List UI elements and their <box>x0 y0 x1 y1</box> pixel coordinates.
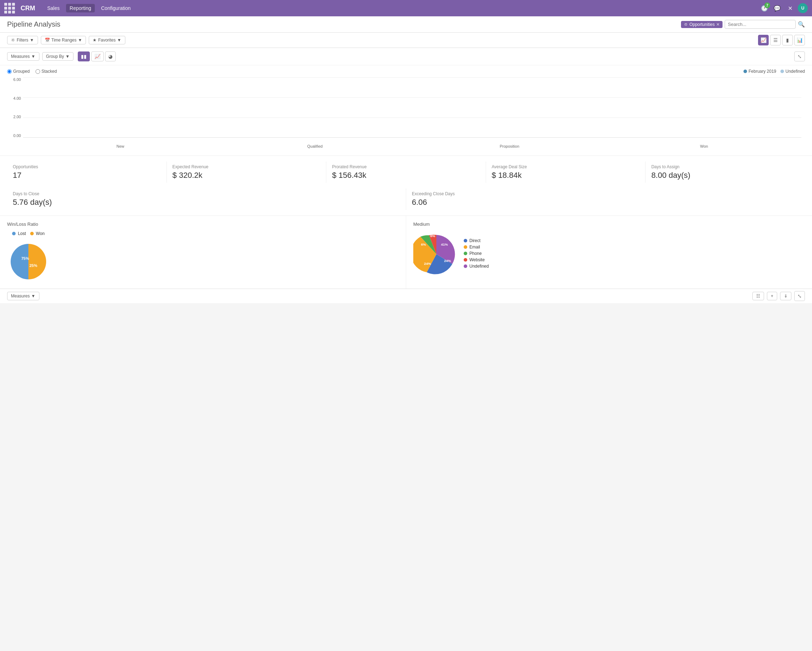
win-loss-legend-won: Won <box>30 231 44 236</box>
kpi-days-to-close-label: Days to Close <box>13 191 400 196</box>
kpi-section: Opportunities 17 Expected Revenue $ 320.… <box>0 156 812 189</box>
pie-chart-type-button[interactable]: ◕ <box>105 52 116 61</box>
bottom-download-button[interactable]: ⇓ <box>780 292 791 300</box>
kpi-opportunities-label: Opportunities <box>13 164 161 169</box>
trend-view-button[interactable]: 📊 <box>794 35 805 46</box>
filter-tag-close[interactable]: ✕ <box>716 22 720 27</box>
medium-undef-pct: 41% <box>441 242 448 246</box>
chart-plot <box>23 78 801 138</box>
search-input[interactable] <box>725 20 796 29</box>
bottom-expand-button[interactable]: ⤡ <box>794 291 805 301</box>
medium-website-pct: 6% <box>430 234 435 238</box>
kpi-expected-revenue-value: $ 320.2k <box>172 171 321 180</box>
nav-reporting[interactable]: Reporting <box>66 4 95 12</box>
nav-configuration[interactable]: Configuration <box>98 4 134 12</box>
legend-feb: February 2019 <box>743 69 776 74</box>
nav-sales[interactable]: Sales <box>44 4 63 12</box>
measures-button[interactable]: Measures ▼ <box>7 52 40 61</box>
page-header: Pipeline Analysis ⛭ Opportunities ✕ 🔍 <box>0 16 812 33</box>
legend-feb-dot <box>743 70 747 73</box>
direct-dot <box>464 239 467 242</box>
search-button[interactable]: 🔍 <box>798 21 805 28</box>
kpi-exceeding-close-value: 6.06 <box>412 198 799 207</box>
stacked-option[interactable]: Stacked <box>35 69 57 74</box>
won-label: Won <box>36 231 44 236</box>
legend-undef: Undefined <box>780 69 805 74</box>
kpi-expected-revenue-label: Expected Revenue <box>172 164 321 169</box>
chart-options: Grouped Stacked February 2019 Undefined <box>7 69 805 74</box>
medium-content: 41% 24% 24% 6% 6% Direct Email <box>413 231 805 277</box>
website-label: Website <box>469 257 485 262</box>
phone-dot <box>464 252 467 255</box>
top-navigation: CRM Sales Reporting Configuration 🕐 7 💬 … <box>0 0 812 16</box>
medium-legend-undefined: Undefined <box>464 264 489 269</box>
user-avatar[interactable]: U <box>798 3 808 13</box>
grouped-option[interactable]: Grouped <box>7 69 30 74</box>
medium-legend-phone: Phone <box>464 251 489 256</box>
xlabel-qualified: Qualified <box>218 144 412 148</box>
kpi-days-to-assign-value: 8.00 day(s) <box>651 171 799 180</box>
measures-chevron: ▼ <box>31 54 35 59</box>
filters-button[interactable]: ⛭ Filters ▼ <box>7 36 38 44</box>
chat-icon[interactable]: 💬 <box>772 3 782 13</box>
lost-pct: 25% <box>29 264 37 268</box>
bottom-measures-button[interactable]: Measures ▼ <box>7 292 40 300</box>
bottom-filter-button[interactable]: ☷ <box>752 292 764 300</box>
search-area: ⛭ Opportunities ✕ 🔍 <box>681 20 805 29</box>
win-loss-content: Lost Won <box>7 231 399 283</box>
chart-toolbar: Measures ▼ Group By ▼ ▮▮ 📈 ◕ ⤡ <box>0 48 812 65</box>
time-ranges-button[interactable]: 📅 Time Ranges ▼ <box>41 36 86 44</box>
medium-phone-pct: 6% <box>421 242 426 246</box>
filters-chevron: ▼ <box>30 38 34 43</box>
legend-undef-dot <box>780 70 784 73</box>
medium-legend: Direct Email Phone Website <box>464 238 489 270</box>
medium-direct-pct: 24% <box>444 259 451 263</box>
win-loss-legend-lost: Lost <box>12 231 26 236</box>
bar-chart-type-button[interactable]: ▮▮ <box>78 52 90 61</box>
win-loss-title: Win/Loss Ratio <box>7 221 399 227</box>
app-grid-icon[interactable] <box>4 3 15 14</box>
line-chart-type-button[interactable]: 📈 <box>91 52 104 61</box>
kpi-exceeding-close: Exceeding Close Days 6.06 <box>406 189 805 210</box>
bottom-toolbar: Measures ▼ ☷ + ⇓ ⤡ <box>0 288 812 303</box>
filter-tag-opportunities[interactable]: ⛭ Opportunities ✕ <box>681 21 722 28</box>
bar-chart-view-button[interactable]: ▮ <box>782 35 793 46</box>
close-icon[interactable]: ✕ <box>785 3 795 13</box>
win-loss-card: Win/Loss Ratio Lost Won <box>0 216 406 288</box>
bottom-measures-chevron: ▼ <box>31 294 35 299</box>
lost-label: Lost <box>18 231 26 236</box>
medium-title: Medium <box>413 221 805 227</box>
group-by-chevron: ▼ <box>65 54 70 59</box>
clock-icon[interactable]: 🕐 7 <box>759 3 769 13</box>
bottom-add-button[interactable]: + <box>767 292 777 300</box>
filter-toolbar: ⛭ Filters ▼ 📅 Time Ranges ▼ ★ Favorites … <box>0 33 812 48</box>
kpi-avg-deal-size-label: Average Deal Size <box>492 164 640 169</box>
kpi-avg-deal-size: Average Deal Size $ 18.84k <box>486 162 646 183</box>
xlabel-proposition: Proposition <box>412 144 607 148</box>
filter-funnel-icon: ⛭ <box>684 22 688 27</box>
table-view-button[interactable]: ☰ <box>770 35 781 46</box>
bar-chart: 6.00 4.00 2.00 0.00 <box>7 78 805 148</box>
kpi-prorated-revenue: Prorated Revenue $ 156.43k <box>326 162 486 183</box>
direct-label: Direct <box>469 238 480 243</box>
app-logo: CRM <box>21 5 35 12</box>
kpi-avg-deal-size-value: $ 18.84k <box>492 171 640 180</box>
website-dot <box>464 258 467 262</box>
kpi-days-to-close: Days to Close 5.76 day(s) <box>7 189 406 210</box>
kpi-expected-revenue: Expected Revenue $ 320.2k <box>167 162 327 183</box>
group-by-button[interactable]: Group By ▼ <box>42 52 74 61</box>
expand-button[interactable]: ⤡ <box>794 52 805 61</box>
lost-dot <box>12 232 15 235</box>
chart-section: Grouped Stacked February 2019 Undefined <box>0 65 812 156</box>
star-icon: ★ <box>93 38 96 43</box>
calendar-icon: 📅 <box>45 38 50 43</box>
medium-card: Medium <box>406 216 812 288</box>
medium-email-pct: 24% <box>424 262 431 265</box>
view-toggle: 📈 ☰ ▮ 📊 <box>758 35 805 46</box>
favorites-button[interactable]: ★ Favorites ▼ <box>89 36 125 44</box>
filter-icon: ⛭ <box>11 38 15 43</box>
chart-view-button[interactable]: 📈 <box>758 35 769 46</box>
kpi-opportunities: Opportunities 17 <box>7 162 167 183</box>
chart-xlabels: New Qualified Proposition Won <box>23 144 801 148</box>
notification-badge: 7 <box>765 3 770 8</box>
